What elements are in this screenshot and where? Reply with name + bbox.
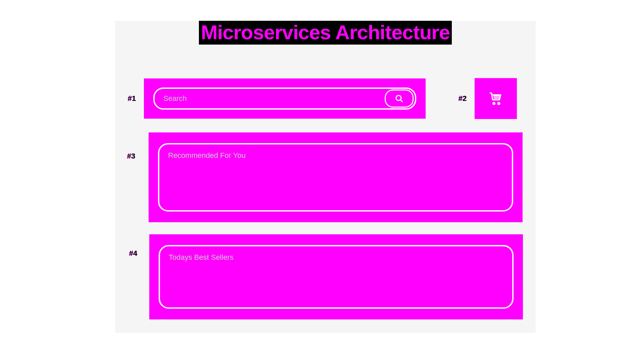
svg-point-0 <box>396 96 401 101</box>
search-service-box: Search <box>144 78 426 119</box>
cart-service-box <box>475 78 517 119</box>
search-field-outline: Search <box>153 87 416 110</box>
title-highlight: Microservices Architecture <box>199 21 452 45</box>
section-2-label: #2 #2 <box>459 94 475 103</box>
recommended-heading: Recommended For You <box>168 151 512 160</box>
recommended-panel-outline: Recommended For You <box>158 143 513 212</box>
diagram-canvas: Microservices Architecture #1 #1 Search <box>115 21 536 333</box>
cart-icon <box>488 91 503 106</box>
svg-line-1 <box>400 100 402 102</box>
section-3-label: #3 #3 <box>127 152 143 161</box>
bestsellers-service-box: Todays Best Sellers <box>149 234 523 319</box>
page-title: Microservices Architecture <box>201 21 450 44</box>
search-icon <box>394 94 404 103</box>
section-4-label: #4 #4 <box>129 249 145 258</box>
svg-point-5 <box>498 103 500 105</box>
svg-point-4 <box>493 103 495 105</box>
search-placeholder: Search <box>163 94 385 103</box>
recommended-service-box: Recommended For You <box>149 132 523 222</box>
bestsellers-heading: Todays Best Sellers <box>169 253 512 262</box>
section-1-label: #1 #1 <box>128 94 144 103</box>
bestsellers-panel-outline: Todays Best Sellers <box>159 245 514 309</box>
search-button[interactable] <box>385 89 414 108</box>
